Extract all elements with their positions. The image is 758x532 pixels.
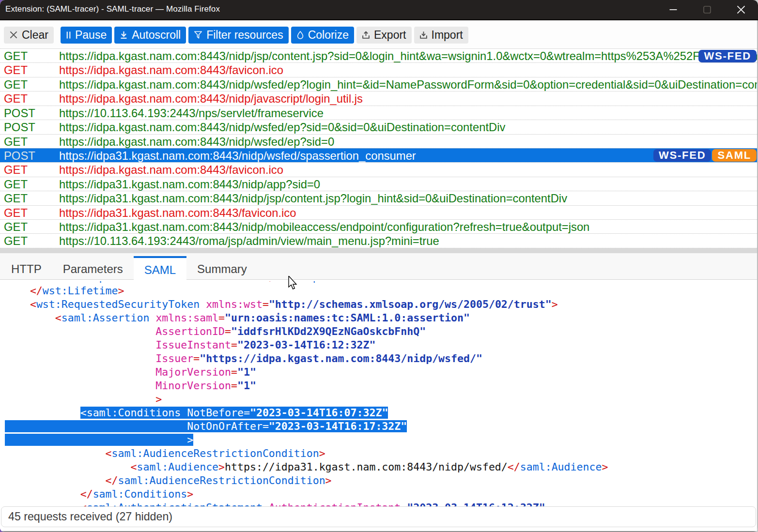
request-url: https://idpa31.kgast.nam.com:8443/favico… xyxy=(59,206,296,219)
pause-icon xyxy=(66,30,71,40)
xml-line: <saml:Conditions NotBefore="2023-03-14T1… xyxy=(5,406,757,420)
request-row[interactable]: GEThttps://idpa.kgast.nam.com:8443/nidp/… xyxy=(0,91,758,105)
titlebar[interactable]: Extension: (SAML-tracer) - SAML-tracer —… xyxy=(0,0,758,20)
request-row[interactable]: GEThttps://idpa31.kgast.nam.com:8443/nid… xyxy=(0,219,758,233)
clear-label: Clear xyxy=(22,29,48,42)
request-method: GET xyxy=(4,177,28,191)
tab-http[interactable]: HTTP xyxy=(0,256,52,280)
export-button[interactable]: Export xyxy=(356,27,411,44)
request-method: GET xyxy=(4,49,28,62)
xml-line: <saml:Assertion xmlns:saml="urn:oasis:na… xyxy=(5,311,757,325)
request-url: https://idpa.kgast.nam.com:8443/nidp/wsf… xyxy=(59,120,505,134)
request-url: https://idpa.kgast.nam.com:8443/nidp/jav… xyxy=(59,91,363,105)
xml-line: Issuer="https://idpa.kgast.nam.com:8443/… xyxy=(5,352,757,365)
xml-line: <wst:RequestedSecurityToken xmlns:wst="h… xyxy=(5,298,757,311)
saml-badge: SAML xyxy=(712,149,757,162)
request-row[interactable]: GEThttps://10.113.64.193:2443/roma/jsp/a… xyxy=(0,233,758,247)
xml-line: <saml:Audience>https://idpa31.kgast.nam.… xyxy=(5,460,757,474)
request-method: POST xyxy=(4,106,35,120)
detail-tabbar: HTTPParametersSAMLSummary xyxy=(0,253,758,280)
request-method: POST xyxy=(4,120,35,134)
status-text: 45 requests received (27 hidden) xyxy=(8,510,172,523)
request-row[interactable]: GEThttps://idpa.kgast.nam.com:8443/favic… xyxy=(0,162,758,176)
filter-funnel-icon xyxy=(194,30,202,39)
close-icon xyxy=(737,5,745,14)
request-method: GET xyxy=(4,91,28,105)
request-badges: WS-FED xyxy=(698,50,757,62)
request-url: https://idpa.kgast.nam.com:8443/favicon.… xyxy=(59,163,283,176)
request-row[interactable]: GEThttps://idpa.kgast.nam.com:8443/nidp/… xyxy=(0,77,758,91)
mouse-cursor xyxy=(288,276,299,290)
filter-resources-label: Filter resources xyxy=(206,29,283,42)
firefox-window: Extension: (SAML-tracer) - SAML-tracer —… xyxy=(0,0,758,532)
pause-label: Pause xyxy=(75,29,107,42)
request-url: https://idpa31.kgast.nam.com:8443/nidp/j… xyxy=(59,191,567,205)
request-row[interactable]: GEThttps://idpa.kgast.nam.com:8443/nidp/… xyxy=(0,134,758,148)
request-url: https://10.113.64.193:2443/nps/servlet/f… xyxy=(59,106,324,120)
saml-xml-pane[interactable]: <wsu:Expires>2023-03-14T16:17:32Z</wsu:E… xyxy=(0,281,757,531)
request-badges: WS-FEDSAML xyxy=(653,149,757,162)
toolbar: ClearPauseAutoscrollFilter resourcesColo… xyxy=(0,21,758,48)
request-url: https://idpa.kgast.nam.com:8443/nidp/wsf… xyxy=(59,135,334,148)
xml-line: AssertionID="iddfsrHlKDd2X9QEzNGaOskcbFn… xyxy=(5,325,757,338)
maximize-icon xyxy=(703,6,711,14)
request-row[interactable]: GEThttps://idpa31.kgast.nam.com:8443/nid… xyxy=(0,177,758,191)
request-url: https://idpa.kgast.nam.com:8443/nidp/wsf… xyxy=(59,77,758,91)
import-down-icon xyxy=(419,31,428,39)
colorize-label: Colorize xyxy=(308,29,349,42)
request-row[interactable]: GEThttps://idpa.kgast.nam.com:8443/nidp/… xyxy=(0,48,758,62)
tab-saml[interactable]: SAML xyxy=(134,256,186,280)
xml-line: <saml:AudienceRestrictionCondition> xyxy=(5,447,757,460)
request-url: https://idpa.kgast.nam.com:8443/nidp/jsp… xyxy=(59,49,758,62)
pane-splitter[interactable] xyxy=(0,248,758,253)
request-method: GET xyxy=(4,220,28,233)
request-method: GET xyxy=(4,77,28,91)
filter-resources-button[interactable]: Filter resources xyxy=(188,27,288,44)
clear-button[interactable]: Clear xyxy=(4,27,54,44)
request-url: https://idpa31.kgast.nam.com:8443/nidp/m… xyxy=(59,220,589,233)
minimize-button[interactable] xyxy=(656,0,690,19)
xml-line: MajorVersion="1" xyxy=(5,365,757,379)
xml-line: IssueInstant="2023-03-14T16:12:32Z" xyxy=(5,338,757,352)
pause-button[interactable]: Pause xyxy=(61,27,112,44)
tab-parameters[interactable]: Parameters xyxy=(52,256,134,280)
autoscroll-label: Autoscroll xyxy=(132,29,181,42)
clear-x-icon xyxy=(9,30,18,39)
xml-line: > xyxy=(5,393,757,406)
export-label: Export xyxy=(374,29,406,42)
request-list: GEThttps://idpa.kgast.nam.com:8443/nidp/… xyxy=(0,48,758,248)
request-row[interactable]: GEThttps://idpa31.kgast.nam.com:8443/fav… xyxy=(0,205,758,219)
window-controls xyxy=(656,0,758,19)
request-method: GET xyxy=(4,234,28,247)
request-row[interactable]: POSThttps://10.113.64.193:2443/nps/servl… xyxy=(0,106,758,120)
request-url: https://10.113.64.193:2443/roma/jsp/admi… xyxy=(59,234,439,247)
xml-line: MinorVersion="1" xyxy=(5,379,757,393)
request-row[interactable]: POSThttps://idpa.kgast.nam.com:8443/nidp… xyxy=(0,120,758,134)
colorize-droplet-icon xyxy=(296,30,304,40)
tab-summary[interactable]: Summary xyxy=(186,256,258,280)
maximize-button[interactable] xyxy=(690,0,724,19)
close-button[interactable] xyxy=(724,0,758,19)
request-method: GET xyxy=(4,191,28,205)
colorize-button[interactable]: Colorize xyxy=(291,27,354,44)
xml-line: </saml:Conditions> xyxy=(5,487,757,501)
request-row[interactable]: GEThttps://idpa31.kgast.nam.com:8443/nid… xyxy=(0,191,758,205)
window-title: Extension: (SAML-tracer) - SAML-tracer —… xyxy=(5,4,220,14)
xml-line: </wst:Lifetime> xyxy=(5,284,757,298)
request-row[interactable]: GEThttps://idpa.kgast.nam.com:8443/favic… xyxy=(0,62,758,76)
autoscroll-down-icon xyxy=(120,31,128,39)
request-url: https://idpa31.kgast.nam.com:8443/nidp/a… xyxy=(59,177,320,191)
request-method: GET xyxy=(4,63,28,76)
ws-fed-badge: WS-FED xyxy=(653,149,712,162)
autoscroll-button[interactable]: Autoscroll xyxy=(114,27,186,44)
xml-line: NotOnOrAfter="2023-03-14T16:17:32Z" xyxy=(5,420,757,433)
xml-line: > xyxy=(5,433,757,447)
request-method: GET xyxy=(4,163,28,176)
import-label: Import xyxy=(432,29,463,42)
request-method: GET xyxy=(4,206,28,219)
request-url: https://idpa31.kgast.nam.com:8443/nidp/w… xyxy=(59,149,416,162)
status-bar: 45 requests received (27 hidden) xyxy=(1,506,756,527)
import-button[interactable]: Import xyxy=(414,27,468,44)
xml-line: </saml:AudienceRestrictionCondition> xyxy=(5,474,757,487)
request-row[interactable]: POSThttps://idpa31.kgast.nam.com:8443/ni… xyxy=(0,148,758,162)
